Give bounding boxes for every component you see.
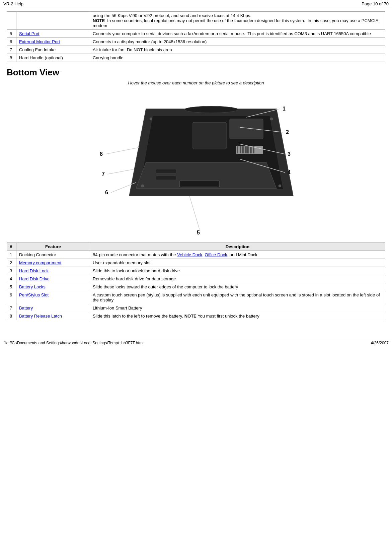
svg-rect-14 xyxy=(250,146,251,153)
row-num: 5 xyxy=(7,283,16,291)
row-desc: Carrying handle xyxy=(90,54,385,62)
note-bold-label: NOTE xyxy=(184,314,197,319)
svg-point-21 xyxy=(150,118,152,120)
page-title: VR-2 Help xyxy=(3,1,23,6)
svg-point-22 xyxy=(270,118,273,120)
hard-disk-drive-link[interactable]: Hard Disk Drive xyxy=(19,276,50,281)
row-desc: 84-pin cradle connector that mates with … xyxy=(90,251,385,259)
row-num: 5 xyxy=(7,30,16,38)
table-row: 3 Hard Disk Lock Slide this to lock or u… xyxy=(7,267,385,275)
battery-link[interactable]: Battery xyxy=(19,305,33,311)
row-desc: Connects your computer to serial devices… xyxy=(90,30,385,38)
table-row: 6 Pen/Stylus Slot A custom touch screen … xyxy=(7,291,385,304)
memory-compartment-link[interactable]: Memory compartment xyxy=(19,260,61,265)
svg-rect-19 xyxy=(156,176,176,180)
svg-rect-3 xyxy=(193,122,226,149)
table-row: 7 Cooling Fan Intake Air intake for fan.… xyxy=(7,46,385,54)
row-num: 6 xyxy=(7,38,16,46)
image-caption: Hover the mouse over each number on the … xyxy=(7,80,385,85)
table-row: 2 Memory compartment User expandable mem… xyxy=(7,259,385,267)
svg-rect-13 xyxy=(248,146,249,153)
serial-port-link[interactable]: Serial Port xyxy=(19,31,40,36)
svg-rect-10 xyxy=(243,146,244,153)
img-num-1: 1 xyxy=(283,106,286,112)
svg-rect-15 xyxy=(251,146,252,153)
col-header-num: # xyxy=(7,243,16,251)
table-row: 5 Serial Port Connects your computer to … xyxy=(7,30,385,38)
row-feature: Battery Release Latch xyxy=(16,312,90,320)
table-row: 8 Hard Handle (optional) Carrying handle xyxy=(7,54,385,62)
row-num: 6 xyxy=(7,291,16,304)
ext-monitor-link[interactable]: External Monitor Port xyxy=(19,39,60,44)
row-feature: Docking Connector xyxy=(16,251,90,259)
page-header: VR-2 Help Page 10 of 70 xyxy=(0,0,392,8)
bottom-table: # Feature Description 1 Docking Connecto… xyxy=(7,243,385,320)
row-feature: Hard Handle (optional) xyxy=(16,54,90,62)
office-dock-link[interactable]: Office Dock xyxy=(205,252,227,257)
img-num-2: 2 xyxy=(286,129,289,135)
svg-point-24 xyxy=(141,185,144,187)
bottom-view-svg: 1 2 3 4 5 6 7 8 xyxy=(69,89,323,236)
row-num: 2 xyxy=(7,259,16,267)
table-row: 8 Battery Release Latch Slide this latch… xyxy=(7,312,385,320)
svg-rect-11 xyxy=(245,146,246,153)
section-title: Bottom View xyxy=(7,67,385,78)
row-desc: Air intake for fan. Do NOT block this ar… xyxy=(90,46,385,54)
row-desc: Slide this to lock or unlock the hard di… xyxy=(90,267,385,275)
hard-disk-lock-link[interactable]: Hard Disk Lock xyxy=(19,268,49,273)
row-feature: Cooling Fan Intake xyxy=(16,46,90,54)
note-label: NOTE xyxy=(93,18,105,23)
svg-line-31 xyxy=(107,169,134,174)
row-desc: A custom touch screen pen (stylus) is su… xyxy=(90,291,385,304)
table-row: 6 External Monitor Port Connects to a di… xyxy=(7,38,385,46)
svg-point-20 xyxy=(184,106,238,113)
row-num: 8 xyxy=(7,54,16,62)
footer-path: file://C:\Documents and Settings\harwood… xyxy=(3,341,143,345)
table-row: 4 Hard Disk Drive Removable hard disk dr… xyxy=(7,275,385,283)
bottom-view-image-area: 1 2 3 4 5 6 7 8 xyxy=(7,89,385,237)
row-desc: Slide these locks toward the outer edges… xyxy=(90,283,385,291)
img-num-6: 6 xyxy=(105,190,108,195)
table-header-row: # Feature Description xyxy=(7,243,385,251)
table-row: 7 Battery Lithium-Ion Smart Battery xyxy=(7,304,385,312)
img-num-5: 5 xyxy=(197,230,200,235)
svg-rect-12 xyxy=(246,146,248,153)
row-feature: Pen/Stylus Slot xyxy=(16,291,90,304)
col-header-feature: Feature xyxy=(16,243,90,251)
img-num-4: 4 xyxy=(288,169,291,175)
table-row: 5 Battery Locks Slide these locks toward… xyxy=(7,283,385,291)
row-feature: External Monitor Port xyxy=(16,38,90,46)
row-num: 3 xyxy=(7,267,16,275)
svg-rect-18 xyxy=(156,169,176,173)
svg-rect-17 xyxy=(179,181,220,187)
col-header-desc: Description xyxy=(90,243,385,251)
row-num: 1 xyxy=(7,251,16,259)
img-num-8: 8 xyxy=(100,151,103,157)
battery-release-latch-link[interactable]: Battery Release Latch xyxy=(19,314,62,319)
row-feature: Hard Disk Drive xyxy=(16,275,90,283)
row-num: 7 xyxy=(7,304,16,312)
svg-rect-2 xyxy=(230,119,263,139)
svg-rect-8 xyxy=(240,146,241,153)
row-feature: Battery xyxy=(16,304,90,312)
svg-rect-6 xyxy=(237,146,238,153)
img-num-3: 3 xyxy=(288,151,291,157)
row-feature: Memory compartment xyxy=(16,259,90,267)
battery-locks-link[interactable]: Battery Locks xyxy=(19,284,46,289)
footer-bar: file://C:\Documents and Settings\harwood… xyxy=(0,339,392,347)
pen-stylus-slot-link[interactable]: Pen/Stylus Slot xyxy=(19,292,49,297)
row-feature: Serial Port xyxy=(16,30,90,38)
table-row: using the 56 Kbps V.90 or V.92 protocol,… xyxy=(7,12,385,30)
row-desc: using the 56 Kbps V.90 or V.92 protocol,… xyxy=(90,12,385,30)
row-desc: Lithium-Ion Smart Battery xyxy=(90,304,385,312)
row-feature: Battery Locks xyxy=(16,283,90,291)
svg-rect-7 xyxy=(239,146,239,153)
vehicle-dock-link[interactable]: Vehicle Dock xyxy=(177,252,202,257)
row-desc: Connects to a display monitor (up to 204… xyxy=(90,38,385,46)
row-desc: User expandable memory slot xyxy=(90,259,385,267)
row-feature xyxy=(16,12,90,30)
top-table: using the 56 Kbps V.90 or V.92 protocol,… xyxy=(7,11,385,62)
table-row: 1 Docking Connector 84-pin cradle connec… xyxy=(7,251,385,259)
row-num xyxy=(7,12,16,30)
svg-point-23 xyxy=(279,185,281,187)
